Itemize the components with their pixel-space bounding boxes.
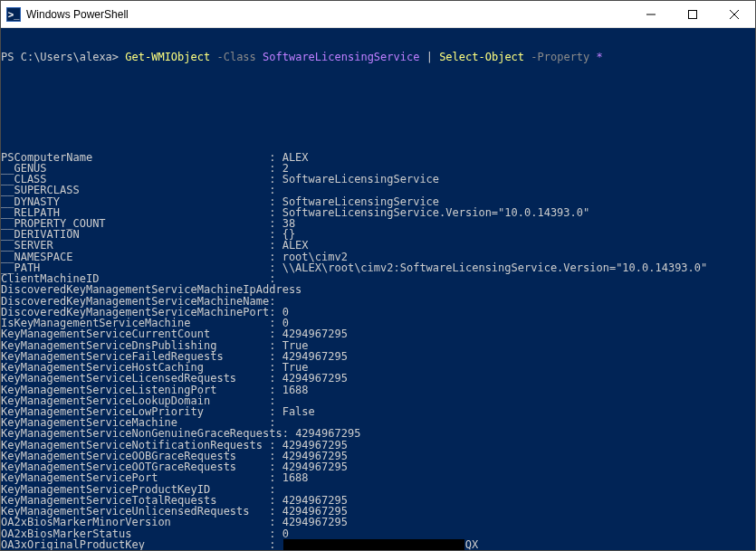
output-colon: : — [269, 528, 282, 539]
output-row: __SERVER : ALEX — [1, 240, 755, 251]
output-key: KeyManagementServiceLicensedRequests — [1, 373, 269, 384]
minimize-button[interactable] — [630, 1, 672, 27]
output-row: KeyManagementServiceListeningPort : 1688 — [1, 385, 755, 395]
blank-line — [1, 119, 755, 129]
output-row: KeyManagementServiceDnsPublishing : True — [1, 340, 755, 351]
output-key: KeyManagementServiceCurrentCount — [1, 328, 269, 339]
prompt-prefix: PS — [1, 51, 21, 63]
redacted-block — [283, 539, 464, 550]
arg-2: * — [597, 51, 603, 63]
terminal-area[interactable]: PS C:\Users\alexa> Get-WMIObject -Class … — [1, 28, 755, 550]
output-value: ALEX — [282, 152, 309, 163]
output-row: OA2xBiosMarkerStatus : 0 — [1, 528, 755, 539]
output-colon: : — [269, 328, 282, 339]
output-colon: : — [269, 385, 282, 395]
output-colon: : — [269, 373, 282, 384]
param-1: -Class — [216, 51, 255, 63]
output-value: 4294967295 — [282, 373, 348, 384]
output-value: False — [282, 406, 315, 417]
svg-rect-1 — [689, 10, 697, 18]
pipe-symbol: | — [426, 51, 433, 63]
output-row: OA2xBiosMarkerMinorVersion : 4294967295 — [1, 517, 755, 527]
output-colon: : — [282, 428, 295, 439]
output-value: SoftwareLicensingService — [282, 196, 439, 207]
output-colon: : — [269, 196, 282, 207]
powershell-window: >_ Windows PowerShell PS C:\Users\alexa>… — [0, 0, 756, 551]
output-value: 0 — [282, 528, 289, 539]
output-value: 4294967295 — [282, 328, 348, 339]
window-controls — [630, 1, 755, 27]
output-colon: : — [269, 340, 282, 351]
cmdlet-1: Get-WMIObject — [125, 51, 210, 63]
output-value: 4294967295 — [282, 517, 348, 527]
output-key: __SUPERCLASS — [1, 185, 269, 195]
output-colon: : — [269, 484, 282, 495]
output-row: __DYNASTY : SoftwareLicensingService — [1, 196, 755, 207]
output-key: KeyManagementServiceNonGenuineGraceReque… — [1, 428, 282, 439]
output-row: PSComputerName : ALEX — [1, 152, 755, 163]
powershell-icon: >_ — [6, 7, 21, 22]
window-title: Windows PowerShell — [26, 8, 630, 21]
output-value: SoftwareLicensingService.Version="10.0.1… — [282, 207, 590, 218]
output-row: KeyManagementServiceProductKeyID : — [1, 484, 755, 495]
output-value: ALEX — [282, 240, 309, 251]
arg-1: SoftwareLicensingService — [263, 51, 419, 63]
param-2: -Property — [531, 51, 589, 63]
blank-line — [1, 85, 755, 96]
output-block: PSComputerName : ALEX__GENUS : 2__CLASS … — [1, 152, 755, 550]
output-key: OA2xBiosMarkerStatus — [1, 528, 269, 539]
output-value: QX — [465, 539, 478, 550]
output-row: __SUPERCLASS : — [1, 185, 755, 195]
output-value: 1688 — [282, 385, 309, 395]
output-value: 1688 — [282, 472, 309, 483]
output-key: __SERVER — [1, 240, 269, 251]
output-row: KeyManagementServiceCurrentCount : 42949… — [1, 328, 755, 339]
output-colon: : — [269, 472, 282, 483]
output-row: KeyManagementServiceLicensedRequests : 4… — [1, 373, 755, 384]
output-key: PSComputerName — [1, 152, 269, 163]
output-key: OA2xBiosMarkerMinorVersion — [1, 517, 269, 527]
output-value: True — [282, 340, 309, 351]
output-row: DiscoveredKeyManagementServiceMachineIpA… — [1, 284, 755, 295]
output-key: KeyManagementServiceDnsPublishing — [1, 340, 269, 351]
output-key: __DYNASTY — [1, 196, 269, 207]
output-colon: : — [269, 240, 282, 251]
window-titlebar[interactable]: >_ Windows PowerShell — [1, 1, 755, 28]
output-value: 4294967295 — [295, 428, 360, 439]
prompt-line: PS C:\Users\alexa> Get-WMIObject -Class … — [1, 52, 755, 62]
output-colon: : — [269, 185, 282, 195]
output-row: KeyManagementServicePort : 1688 — [1, 472, 755, 483]
cmdlet-2: Select-Object — [439, 51, 524, 63]
output-key: KeyManagementServiceListeningPort — [1, 385, 269, 395]
maximize-button[interactable] — [672, 1, 713, 27]
output-key: KeyManagementServiceProductKeyID — [1, 484, 269, 495]
output-value: \\ALEX\root\cimv2:SoftwareLicensingServi… — [282, 262, 708, 273]
output-row: KeyManagementServiceNonGenuineGraceReque… — [1, 428, 755, 439]
output-colon: : — [269, 152, 282, 163]
prompt-path: C:\Users\alexa> — [21, 51, 119, 63]
output-key: KeyManagementServicePort — [1, 472, 269, 483]
close-button[interactable] — [713, 1, 755, 27]
output-key: DiscoveredKeyManagementServiceMachineIpA… — [1, 284, 301, 295]
output-value: SoftwareLicensingService — [282, 174, 439, 185]
output-colon: : — [269, 517, 282, 527]
